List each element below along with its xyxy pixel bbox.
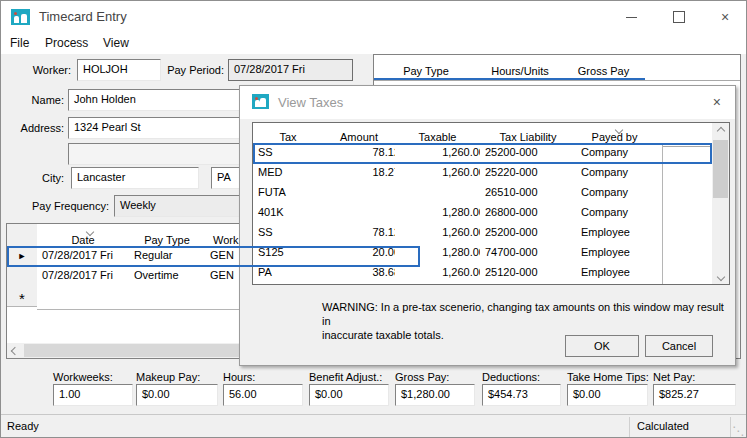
scroll-up-button[interactable]: [712, 123, 729, 138]
pay-frequency-label: Pay Frequency:: [1, 200, 109, 212]
summary-selected-row-edge: [374, 78, 645, 80]
new-row-icon: *: [19, 295, 25, 303]
dialog-title: View Taxes: [278, 95, 343, 110]
menu-view[interactable]: View: [103, 36, 129, 50]
status-ready: Ready: [7, 420, 39, 432]
net-pay-label: Net Pay:: [653, 371, 733, 383]
worker-input[interactable]: HOLJOH: [77, 59, 161, 81]
name-label: Name:: [1, 94, 64, 106]
window-title: Timecard Entry: [39, 9, 127, 24]
workweeks-label: Workweeks:: [53, 371, 133, 383]
dialog-close-button[interactable]: ×: [713, 95, 721, 109]
maximize-icon: [673, 11, 685, 23]
tax-row-selected-outline: [253, 143, 712, 164]
benefit-adjust-label: Benefit Adjust.:: [309, 371, 391, 383]
scroll-left-icon: [11, 346, 19, 354]
sort-indicator-icon: [87, 225, 93, 237]
row-selector[interactable]: [7, 266, 38, 287]
tax-col-payed-by-label: Payed by: [592, 131, 638, 143]
tax-cell[interactable]: Employee: [576, 263, 663, 285]
city-input[interactable]: Lancaster: [71, 167, 199, 189]
dialog-app-icon: [252, 94, 269, 109]
benefit-adjust-input[interactable]: $0.00: [309, 384, 389, 406]
minimize-button[interactable]: [613, 2, 649, 32]
deductions-label: Deductions:: [482, 371, 562, 383]
dialog-title-bar[interactable]: View Taxes ×: [240, 86, 735, 119]
menu-bar: File Process View: [1, 33, 746, 54]
pay-period-input[interactable]: 07/28/2017 Fri: [228, 59, 353, 81]
menu-process[interactable]: Process: [45, 36, 88, 50]
title-bar[interactable]: Timecard Entry ×: [1, 1, 746, 33]
app-icon: [11, 9, 30, 25]
vscroll-thumb[interactable]: [713, 140, 728, 198]
status-divider: [629, 417, 630, 438]
workweeks-input[interactable]: 1.00: [53, 384, 133, 406]
status-divider-2: [730, 417, 731, 438]
scroll-down-icon: [716, 272, 724, 280]
makeup-pay-input[interactable]: $0.00: [136, 384, 218, 406]
address-label: Address:: [1, 122, 64, 134]
gross-pay-label: Gross Pay:: [395, 371, 475, 383]
new-row-selector[interactable]: *: [7, 286, 38, 307]
close-icon: ×: [721, 10, 729, 24]
deductions-input[interactable]: $454.73: [482, 384, 561, 406]
status-calculated: Calculated: [637, 420, 689, 432]
net-pay-input[interactable]: $825.27: [653, 384, 736, 406]
makeup-pay-label: Makeup Pay:: [136, 371, 218, 383]
city-label: City:: [1, 172, 64, 184]
timecard-entry-window: Timecard Entry × File Process View Worke…: [0, 0, 747, 438]
hours-input[interactable]: 56.00: [223, 384, 303, 406]
pay-period-label: Pay Period:: [151, 64, 224, 76]
worker-label: Worker:: [1, 64, 71, 76]
scroll-left-button[interactable]: [7, 343, 23, 358]
take-home-tips-label: Take Home Tips:: [567, 371, 652, 383]
entries-cell-date-new[interactable]: [37, 286, 139, 310]
view-taxes-dialog: View Taxes × Tax Amount Taxable Tax Liab…: [239, 85, 736, 366]
status-bar: Ready Calculated ⋱: [1, 414, 746, 438]
tax-table-vscrollbar[interactable]: [712, 123, 729, 284]
ok-button[interactable]: OK: [565, 335, 639, 357]
summary-col-filler: [645, 55, 741, 81]
gross-pay-input[interactable]: $1,280.00: [395, 384, 475, 406]
cancel-button[interactable]: Cancel: [645, 335, 713, 357]
sort-indicator-icon: [616, 123, 622, 135]
take-home-tips-input[interactable]: $0.00: [567, 384, 648, 406]
resize-grip[interactable]: ⋱: [732, 424, 744, 438]
tax-cell[interactable]: 25120-000: [480, 263, 586, 285]
scroll-up-icon: [716, 126, 724, 134]
entries-row-selected-outline: [7, 246, 420, 267]
maximize-button[interactable]: [661, 2, 697, 32]
entries-cell-paytype-new[interactable]: [129, 286, 215, 310]
menu-file[interactable]: File: [10, 36, 29, 50]
scroll-down-button[interactable]: [712, 269, 729, 284]
close-button[interactable]: ×: [707, 2, 743, 32]
hours-label: Hours:: [223, 371, 303, 383]
minimize-icon: [626, 17, 637, 18]
warning-line-1: WARNING: In a pre-tax scenerio, changing…: [322, 300, 732, 328]
